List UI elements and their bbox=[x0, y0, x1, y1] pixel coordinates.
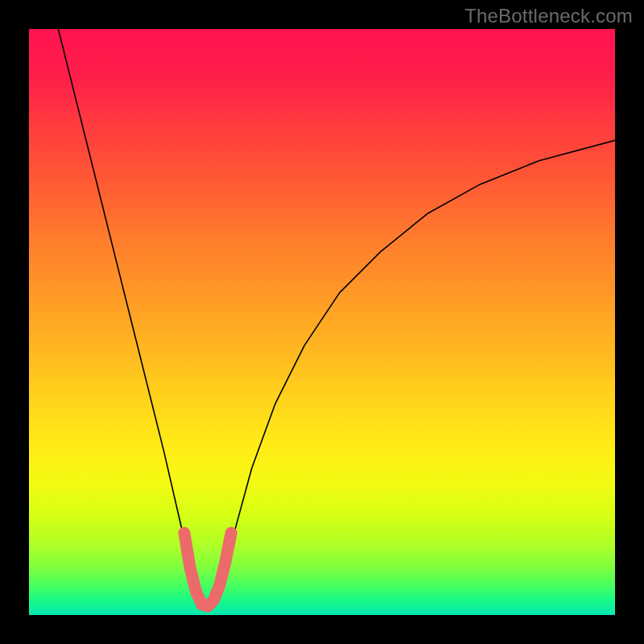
bottleneck-curve bbox=[58, 29, 615, 606]
plot-area bbox=[29, 29, 615, 615]
chart-svg bbox=[29, 29, 615, 615]
highlight-segment bbox=[184, 533, 231, 606]
watermark-label: TheBottleneck.com bbox=[464, 5, 633, 27]
chart-frame: TheBottleneck.com bbox=[0, 0, 644, 644]
